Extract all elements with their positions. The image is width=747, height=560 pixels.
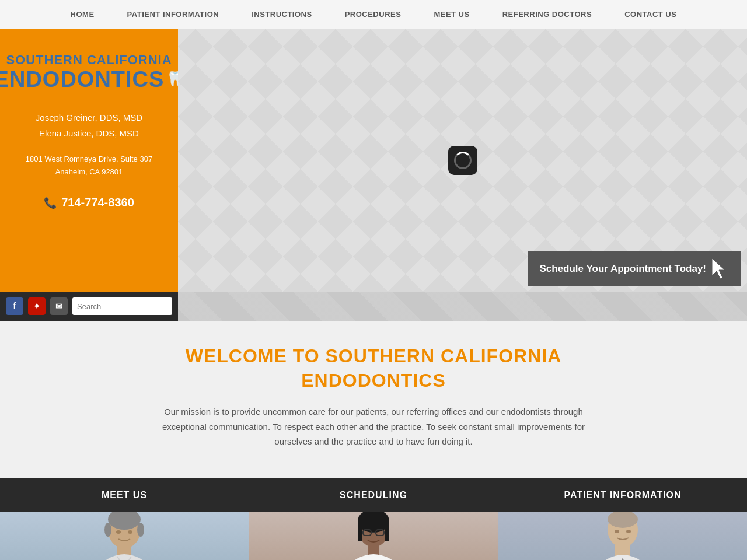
welcome-title-line1: WELCOME TO SOUTHERN CALIFORNIA (186, 345, 562, 366)
bottom-nav-scheduling-bottom[interactable]: SCHEDULING (249, 478, 498, 512)
address-line1: 1801 West Romneya Drive, Suite 307 (26, 153, 152, 166)
doctor-photo-3 (498, 512, 747, 560)
facebook-button[interactable]: f (6, 298, 23, 315)
doctor3-photo (564, 512, 681, 560)
doctor2-photo (315, 512, 432, 560)
facebook-icon: f (13, 301, 16, 312)
nav-item-patient-information[interactable]: PATIENT INFORMATION (123, 7, 224, 22)
doctor1-name: Joseph Greiner, DDS, MSD (36, 110, 142, 125)
practice-address: 1801 West Romneya Drive, Suite 307 Anahe… (26, 153, 152, 178)
doctor1-photo (66, 512, 183, 560)
nav-item-procedures[interactable]: PROCEDURES (340, 7, 406, 22)
search-input[interactable] (72, 300, 172, 313)
search-container: 🔍 (72, 298, 172, 315)
email-button[interactable]: ✉ (50, 298, 68, 315)
bottom-nav-meet-us-bottom[interactable]: MEET US (0, 478, 249, 512)
svg-point-7 (128, 530, 132, 534)
yelp-icon: ✦ (33, 302, 40, 311)
nav-item-instructions[interactable]: INSTRUCTIONS (247, 7, 317, 22)
bottom-navigation: MEET USSCHEDULINGPATIENT INFORMATION (0, 478, 747, 512)
svg-point-19 (615, 530, 619, 533)
doctor2-name: Elena Justice, DDS, MSD (36, 125, 142, 141)
bottom-nav-patient-info-bottom[interactable]: PATIENT INFORMATION (498, 478, 747, 512)
schedule-appointment-button[interactable]: Schedule Your Appointment Today! (528, 251, 741, 286)
welcome-title-line2: ENDODONTICS (301, 370, 445, 391)
svg-rect-11 (385, 524, 389, 541)
email-icon: ✉ (55, 302, 62, 311)
hero-area: Schedule Your Appointment Today! (178, 29, 747, 292)
schedule-button-label: Schedule Your Appointment Today! (539, 263, 706, 275)
doctor-photo-1 (0, 512, 249, 560)
sidebar: SOUTHERN CALIFORNIA ENDODONTICS 🦷 Joseph… (0, 29, 178, 292)
nav-item-home[interactable]: HOME (66, 7, 99, 22)
svg-rect-10 (358, 524, 362, 541)
svg-marker-0 (712, 258, 725, 279)
doctor-names: Joseph Greiner, DDS, MSD Elena Justice, … (36, 110, 142, 141)
svg-rect-18 (615, 545, 630, 556)
doctor-photos-section (0, 512, 747, 560)
welcome-section: WELCOME TO SOUTHERN CALIFORNIA ENDODONTI… (0, 321, 747, 478)
svg-rect-15 (368, 546, 379, 555)
logo-area: SOUTHERN CALIFORNIA ENDODONTICS 🦷 (0, 52, 184, 92)
loading-spinner (448, 146, 477, 175)
svg-point-3 (104, 523, 111, 537)
spinner-inner (454, 152, 472, 169)
phone-number[interactable]: 📞 714-774-8360 (44, 196, 134, 209)
logo-endodontics-text: ENDODONTICS (0, 68, 164, 92)
nav-item-meet-us[interactable]: MEET US (429, 7, 474, 22)
cursor-icon (712, 258, 729, 279)
phone-icon: 📞 (44, 197, 57, 209)
nav-item-contact-us[interactable]: CONTACT US (620, 7, 681, 22)
welcome-body-text: Our mission is to provide uncommon care … (152, 404, 595, 449)
svg-point-4 (137, 523, 144, 537)
logo-southern-text: SOUTHERN CALIFORNIA (0, 52, 184, 68)
yelp-button[interactable]: ✦ (28, 298, 46, 315)
welcome-title: WELCOME TO SOUTHERN CALIFORNIA ENDODONTI… (12, 344, 735, 393)
address-line2: Anaheim, CA 92801 (26, 166, 152, 178)
nav-item-referring-doctors[interactable]: REFERRING DOCTORS (498, 7, 596, 22)
phone-text: 714-774-8360 (61, 196, 134, 209)
main-content: SOUTHERN CALIFORNIA ENDODONTICS 🦷 Joseph… (0, 29, 747, 292)
svg-point-20 (626, 530, 631, 533)
svg-point-6 (116, 530, 121, 534)
social-search-bar: f ✦ ✉ 🔍 (0, 292, 178, 321)
doctor-photo-2 (249, 512, 498, 560)
main-navigation: HOMEPATIENT INFORMATIONINSTRUCTIONSPROCE… (0, 0, 747, 29)
